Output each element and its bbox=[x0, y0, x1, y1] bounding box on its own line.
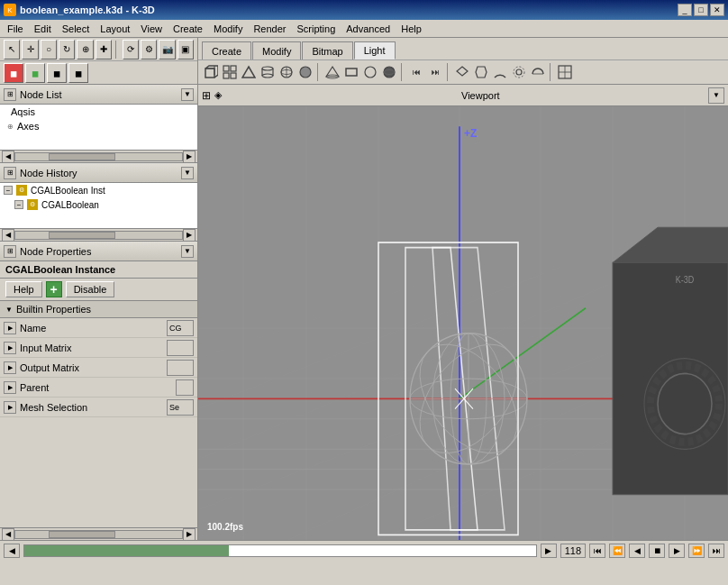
path-icon-btn[interactable] bbox=[453, 63, 471, 81]
playback-prev[interactable]: ⏪ bbox=[609, 544, 625, 558]
node-list-arrow[interactable]: ▼ bbox=[181, 88, 194, 101]
cursor-tool-button[interactable]: ✛ bbox=[22, 40, 38, 59]
menu-scripting[interactable]: Scripting bbox=[291, 22, 341, 36]
status-nav-left[interactable]: ◀ bbox=[4, 544, 20, 558]
h-scroll-left-btn[interactable]: ◀ bbox=[2, 229, 14, 242]
right-toolbar-section: Create Modify Bitmap Light bbox=[198, 38, 728, 84]
props-scrollbar-h[interactable]: ◀ ▶ bbox=[0, 527, 197, 540]
cone-icon-btn[interactable] bbox=[323, 63, 341, 81]
props-add-button[interactable]: + bbox=[46, 281, 62, 297]
minimize-button[interactable]: _ bbox=[678, 4, 692, 16]
arc2-icon-btn[interactable] bbox=[529, 63, 547, 81]
tab-modify[interactable]: Modify bbox=[252, 41, 301, 59]
prop-mesh-value[interactable]: Se bbox=[167, 399, 194, 416]
playback-stop[interactable]: ⏹ bbox=[649, 544, 665, 558]
menu-modify[interactable]: Modify bbox=[208, 22, 248, 36]
prop-output-value[interactable] bbox=[167, 360, 194, 376]
obj-btn-1[interactable]: ◼ bbox=[4, 63, 23, 83]
tab-light[interactable]: Light bbox=[354, 41, 396, 59]
menu-file[interactable]: File bbox=[2, 22, 29, 36]
grid-icon-btn[interactable] bbox=[221, 63, 239, 81]
playback-back[interactable]: ◀ bbox=[629, 544, 645, 558]
status-nav-right[interactable]: ▶ bbox=[541, 544, 557, 558]
scale-button[interactable]: ⊕ bbox=[77, 40, 93, 59]
sphere3-icon-btn[interactable] bbox=[380, 63, 398, 81]
p-scroll-left[interactable]: ◀ bbox=[2, 528, 14, 541]
menu-advanced[interactable]: Advanced bbox=[341, 22, 396, 36]
props-help-button[interactable]: Help bbox=[5, 281, 42, 297]
obj-btn-4[interactable]: ◼ bbox=[68, 63, 88, 83]
node-list-scrollbar[interactable]: ◀ ▶ bbox=[0, 150, 197, 162]
maximize-button[interactable]: □ bbox=[694, 4, 708, 16]
filmstrip-button[interactable]: ▣ bbox=[177, 40, 194, 59]
prop-mesh-sel: ▶ Mesh Selection Se bbox=[0, 398, 197, 417]
h-scroll-track[interactable] bbox=[14, 231, 183, 240]
playback-start[interactable]: ⏮ bbox=[589, 544, 605, 558]
obj-btn-2[interactable]: ◼ bbox=[25, 63, 45, 83]
rect-icon-btn[interactable] bbox=[342, 63, 360, 81]
tab-bitmap[interactable]: Bitmap bbox=[302, 41, 352, 59]
list-item-axes[interactable]: ⊕ Axes bbox=[0, 119, 197, 133]
scroll-track[interactable] bbox=[14, 152, 183, 161]
props-disable-button[interactable]: Disable bbox=[66, 281, 115, 297]
tab-create[interactable]: Create bbox=[202, 41, 251, 59]
history-item-1[interactable]: − ⚙ CGALBoolean Inst bbox=[0, 183, 197, 197]
sphere-o-icon-btn[interactable] bbox=[278, 63, 296, 81]
sphere2-icon-btn[interactable] bbox=[361, 63, 379, 81]
p-scroll-track[interactable] bbox=[14, 530, 183, 539]
prop-parent-icon: ▶ bbox=[4, 381, 16, 394]
svg-text:+Z: +Z bbox=[464, 125, 478, 140]
h-scroll-right-btn[interactable]: ▶ bbox=[183, 229, 196, 242]
sphere-f-icon-btn[interactable] bbox=[296, 63, 314, 81]
playback-end[interactable]: ⏭ bbox=[708, 544, 724, 558]
frame-number[interactable]: 118 bbox=[560, 544, 586, 558]
node-history-arrow[interactable]: ▼ bbox=[181, 167, 194, 179]
scroll-right-btn[interactable]: ▶ bbox=[183, 151, 196, 163]
obj-btn-3[interactable]: ◼ bbox=[47, 63, 67, 83]
menu-layout[interactable]: Layout bbox=[95, 22, 135, 36]
svg-rect-18 bbox=[346, 69, 357, 76]
h-scroll-thumb bbox=[49, 232, 115, 239]
camera-button[interactable]: 📷 bbox=[159, 40, 175, 59]
menu-help[interactable]: Help bbox=[396, 22, 427, 36]
history-scrollbar[interactable]: ◀ ▶ bbox=[0, 228, 197, 241]
viewport-canvas[interactable]: K-3D +Z 100.2fps bbox=[198, 106, 728, 540]
viewport-dropdown[interactable]: ▼ bbox=[708, 87, 724, 104]
play-r-icon-btn[interactable]: ⏭ bbox=[426, 63, 444, 81]
playback-fwd[interactable]: ⏩ bbox=[688, 544, 705, 558]
node-props-arrow[interactable]: ▼ bbox=[181, 245, 194, 258]
final-icon-btn[interactable] bbox=[556, 63, 574, 81]
close-button[interactable]: ✕ bbox=[710, 4, 724, 16]
menu-view[interactable]: View bbox=[135, 22, 168, 36]
prop-name-icon: ▶ bbox=[4, 322, 16, 334]
prop-name-value[interactable]: CG bbox=[167, 320, 194, 336]
arc-icon-btn[interactable] bbox=[491, 63, 509, 81]
p-scroll-right[interactable]: ▶ bbox=[183, 528, 196, 541]
scroll-left-btn[interactable]: ◀ bbox=[2, 151, 14, 163]
gear-button[interactable]: ⚙ bbox=[141, 40, 157, 59]
move-button[interactable]: ✚ bbox=[96, 40, 112, 59]
triangle-icon-btn[interactable] bbox=[240, 63, 258, 81]
builtin-header[interactable]: ▼ Builtin Properties bbox=[0, 301, 197, 318]
play-l-icon-btn[interactable]: ⏮ bbox=[407, 63, 425, 81]
select-tool-button[interactable]: ↖ bbox=[4, 40, 20, 59]
playback-play[interactable]: ▶ bbox=[669, 544, 685, 558]
expand-icon-1[interactable]: − bbox=[4, 186, 13, 195]
loop-button[interactable]: ⟳ bbox=[123, 40, 139, 59]
gear2-icon-btn[interactable] bbox=[510, 63, 528, 81]
props-instance-label: CGALBoolean Instance bbox=[0, 261, 197, 279]
expand-icon-2[interactable]: − bbox=[14, 200, 23, 209]
rotate-button[interactable]: ↻ bbox=[59, 40, 75, 59]
menu-edit[interactable]: Edit bbox=[29, 22, 57, 36]
menu-create[interactable]: Create bbox=[168, 22, 208, 36]
path2-icon-btn[interactable] bbox=[472, 63, 490, 81]
cube-icon-btn[interactable] bbox=[202, 63, 220, 81]
menu-select[interactable]: Select bbox=[57, 22, 96, 36]
prop-parent-value[interactable] bbox=[176, 379, 194, 396]
cylinder-icon-btn[interactable] bbox=[259, 63, 277, 81]
history-item-2[interactable]: − ⚙ CGALBoolean bbox=[11, 197, 197, 212]
list-item-aqsis[interactable]: Aqsis bbox=[0, 105, 197, 119]
orbit-button[interactable]: ○ bbox=[41, 40, 57, 59]
menu-render[interactable]: Render bbox=[248, 22, 291, 36]
prop-input-value[interactable] bbox=[167, 340, 194, 356]
